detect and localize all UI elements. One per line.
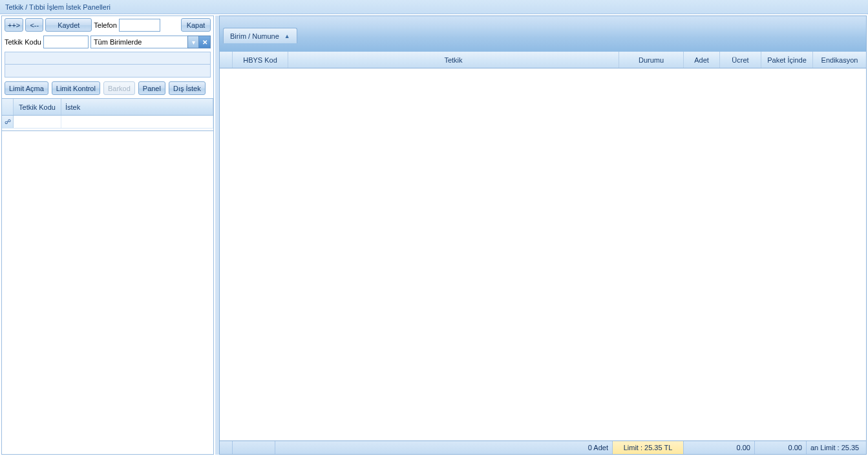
tetkik-code-input[interactable] — [43, 36, 89, 48]
left-toolbar-row1: ++> <-- Kaydet Telefon Kapat — [2, 16, 213, 34]
limit-open-button[interactable]: Limit Açma — [5, 81, 48, 95]
tab-birim-numune[interactable]: Birim / Numune ▲ — [223, 28, 297, 43]
col-expand[interactable] — [220, 52, 233, 68]
phone-label: Telefon — [94, 21, 116, 29]
info-box-area — [5, 52, 211, 78]
left-grid-end — [2, 129, 213, 131]
right-grid-body[interactable] — [219, 68, 867, 440]
left-filter-row: Tetkik Kodu Tüm Birimlerde ▾ ✕ — [2, 34, 213, 50]
left-grid: Tetkik Kodu İstek ☍ — [2, 98, 213, 131]
left-grid-col-request[interactable]: İstek — [61, 99, 213, 115]
right-panel: Birim / Numune ▲ HBYS Kod Tetkik Durumu … — [219, 16, 867, 455]
footer-limit: Limit : 25.35 TL — [613, 441, 684, 454]
nav-next-button[interactable]: ++> — [5, 18, 23, 32]
nav-prev-button[interactable]: <-- — [25, 18, 43, 32]
left-panel: ++> <-- Kaydet Telefon Kapat Tetkik Kodu… — [1, 16, 214, 455]
col-ucret[interactable]: Ücret — [720, 52, 761, 68]
footer-spacer0 — [220, 441, 233, 454]
unit-dropdown[interactable]: Tüm Birimlerde ▾ ✕ — [90, 36, 211, 48]
info-line-1[interactable] — [5, 52, 211, 65]
chevron-up-icon: ▲ — [284, 33, 290, 39]
tab-label: Birim / Numune — [230, 32, 279, 40]
info-line-2[interactable] — [5, 65, 211, 78]
content-area: ++> <-- Kaydet Telefon Kapat Tetkik Kodu… — [0, 14, 868, 456]
row-indicator-header — [2, 99, 14, 115]
footer-adet: 0 Adet — [275, 441, 613, 454]
left-grid-cell-request[interactable] — [61, 116, 213, 128]
new-row-indicator-icon: ☍ — [2, 116, 14, 128]
close-button[interactable]: Kapat — [181, 18, 211, 32]
left-actions-row: Limit Açma Limit Kontrol Barkod Panel Dı… — [2, 79, 213, 98]
limit-check-button[interactable]: Limit Kontrol — [52, 81, 100, 95]
footer-val1: 0.00 — [684, 441, 755, 454]
col-endikasyon[interactable]: Endikasyon — [813, 52, 866, 68]
tetkik-code-label: Tetkik Kodu — [5, 38, 41, 46]
right-grid-header: HBYS Kod Tetkik Durumu Adet Ücret Paket … — [219, 52, 867, 68]
footer-kalan-limit: an Limit : 25.35 — [807, 441, 866, 454]
save-button[interactable]: Kaydet — [45, 18, 92, 32]
window-title: Tetkik / Tıbbi İşlem İstek Panelleri — [5, 3, 111, 11]
barcode-button: Barkod — [103, 81, 135, 95]
col-hbys-kod[interactable]: HBYS Kod — [233, 52, 288, 68]
unit-dropdown-value: Tüm Birimlerde — [90, 36, 187, 48]
external-request-button[interactable]: Dış İstek — [169, 81, 206, 95]
right-footer: 0 Adet Limit : 25.35 TL 0.00 0.00 an Lim… — [219, 440, 867, 455]
left-grid-new-row[interactable]: ☍ — [2, 116, 213, 129]
footer-val2: 0.00 — [755, 441, 807, 454]
ribbon-header: Birim / Numune ▲ — [219, 16, 867, 52]
close-icon[interactable]: ✕ — [199, 36, 211, 48]
footer-spacer1 — [233, 441, 275, 454]
left-grid-header: Tetkik Kodu İstek — [2, 99, 213, 116]
panel-button[interactable]: Panel — [138, 81, 165, 95]
chevron-down-icon[interactable]: ▾ — [187, 36, 199, 48]
col-adet[interactable]: Adet — [684, 52, 720, 68]
col-durumu[interactable]: Durumu — [619, 52, 684, 68]
left-grid-cell-code[interactable] — [14, 116, 61, 128]
window-titlebar: Tetkik / Tıbbi İşlem İstek Panelleri — [0, 0, 868, 14]
col-paket-icinde[interactable]: Paket İçinde — [761, 52, 813, 68]
col-tetkik[interactable]: Tetkik — [288, 52, 619, 68]
left-grid-col-code[interactable]: Tetkik Kodu — [14, 99, 61, 115]
phone-input[interactable] — [119, 19, 160, 32]
